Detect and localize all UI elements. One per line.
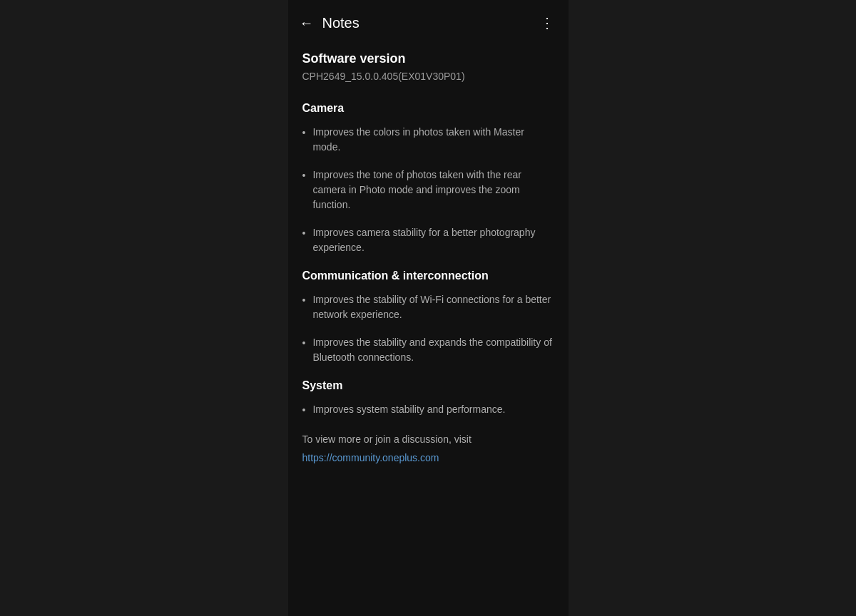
camera-section-title: Camera xyxy=(302,102,554,115)
list-item: • Improves system stability and performa… xyxy=(302,402,554,418)
software-version-value: CPH2649_15.0.0.405(EX01V30P01) xyxy=(302,71,554,82)
bullet-dot: • xyxy=(302,125,306,140)
list-item: • Improves the stability of Wi-Fi connec… xyxy=(302,292,554,322)
header-left: ← Notes xyxy=(300,15,360,31)
visit-text: To view more or join a discussion, visit xyxy=(302,432,554,447)
bullet-dot: • xyxy=(302,168,306,183)
phone-screen: ← Notes ⋮ Software version CPH2649_15.0.… xyxy=(288,0,569,616)
bullet-text: Improves the stability and expands the c… xyxy=(312,335,554,365)
system-section-title: System xyxy=(302,379,554,392)
bullet-text: Improves camera stability for a better p… xyxy=(312,225,554,255)
more-options-icon[interactable]: ⋮ xyxy=(540,14,554,31)
content-area: Software version CPH2649_15.0.0.405(EX01… xyxy=(288,40,569,616)
list-item: • Improves the colors in photos taken wi… xyxy=(302,125,554,155)
page-title: Notes xyxy=(322,15,360,31)
list-item: • Improves camera stability for a better… xyxy=(302,225,554,255)
software-version-label: Software version xyxy=(302,51,554,66)
bullet-dot: • xyxy=(302,226,306,241)
camera-bullet-list: • Improves the colors in photos taken wi… xyxy=(302,125,554,255)
bullet-text: Improves the stability of Wi-Fi connecti… xyxy=(312,292,554,322)
bullet-text: Improves system stability and performanc… xyxy=(312,402,505,417)
bullet-text: Improves the colors in photos taken with… xyxy=(312,125,554,155)
header: ← Notes ⋮ xyxy=(288,0,569,40)
bullet-dot: • xyxy=(302,336,306,351)
communication-bullet-list: • Improves the stability of Wi-Fi connec… xyxy=(302,292,554,365)
system-bullet-list: • Improves system stability and performa… xyxy=(302,402,554,418)
back-button[interactable]: ← xyxy=(300,15,314,31)
left-background xyxy=(0,0,288,616)
bullet-dot: • xyxy=(302,403,306,418)
communication-section-title: Communication & interconnection xyxy=(302,270,554,282)
bullet-text: Improves the tone of photos taken with t… xyxy=(312,168,554,212)
community-link[interactable]: https://community.oneplus.com xyxy=(302,452,439,463)
bullet-dot: • xyxy=(302,293,306,308)
list-item: • Improves the tone of photos taken with… xyxy=(302,168,554,212)
right-background xyxy=(569,0,857,616)
list-item: • Improves the stability and expands the… xyxy=(302,335,554,365)
